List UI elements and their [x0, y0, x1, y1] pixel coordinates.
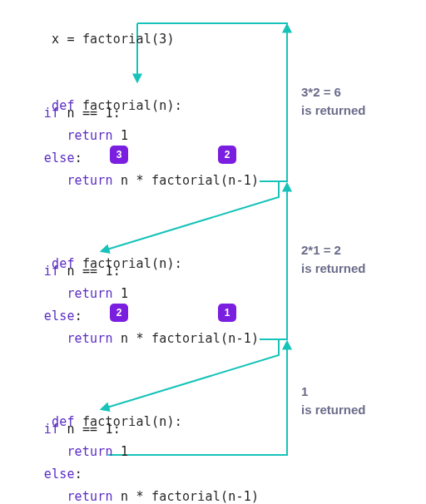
block3-return1: return 1 — [21, 444, 128, 459]
block1-else: else: — [21, 151, 82, 166]
ret2-a: 2*1 = 2 — [301, 243, 341, 257]
block1-return1: return 1 — [21, 128, 128, 143]
kw-if: if — [44, 106, 59, 121]
block2-return1: return 1 — [21, 286, 128, 301]
param-n: n — [159, 98, 166, 113]
block2-else: else: — [21, 309, 82, 324]
ret3-a: 1 — [301, 384, 308, 398]
ret1-a: 3*2 = 6 — [301, 85, 341, 99]
fn-name: factorial — [82, 32, 151, 47]
block2-return-rec: return n * factorial(n-1) — [21, 331, 259, 346]
recursion-diagram: x = factorial(3) def factorial(n): if n … — [0, 0, 426, 504]
ret3-b: is returned — [301, 403, 366, 417]
kw-return: return — [67, 173, 112, 188]
block3-return-rec: return n * factorial(n-1) — [21, 489, 259, 504]
block1-return-rec: return n * factorial(n-1) — [21, 173, 259, 188]
kw-return: return — [67, 128, 112, 143]
badge-arg-2: 2 — [218, 146, 236, 164]
block3-else: else: — [21, 467, 82, 482]
var-assign: x = — [52, 32, 82, 47]
annotation-return-6: 3*2 = 6 is returned — [301, 83, 366, 120]
badge-n-2: 2 — [110, 304, 128, 322]
block2-if: if n == 1: — [21, 264, 121, 279]
kw-else: else — [44, 151, 75, 166]
ret1-b: is returned — [301, 103, 366, 117]
annotation-return-1: 1 is returned — [301, 383, 366, 419]
initial-call: x = factorial(3) — [21, 17, 175, 62]
annotation-return-2: 2*1 = 2 is returned — [301, 241, 366, 278]
arg-three: (3) — [151, 32, 175, 47]
badge-arg-1: 1 — [218, 304, 236, 322]
badge-n-3: 3 — [110, 146, 128, 164]
ret2-b: is returned — [301, 261, 366, 275]
block1-if: if n == 1: — [21, 106, 121, 121]
block3-if: if n == 1: — [21, 422, 121, 437]
